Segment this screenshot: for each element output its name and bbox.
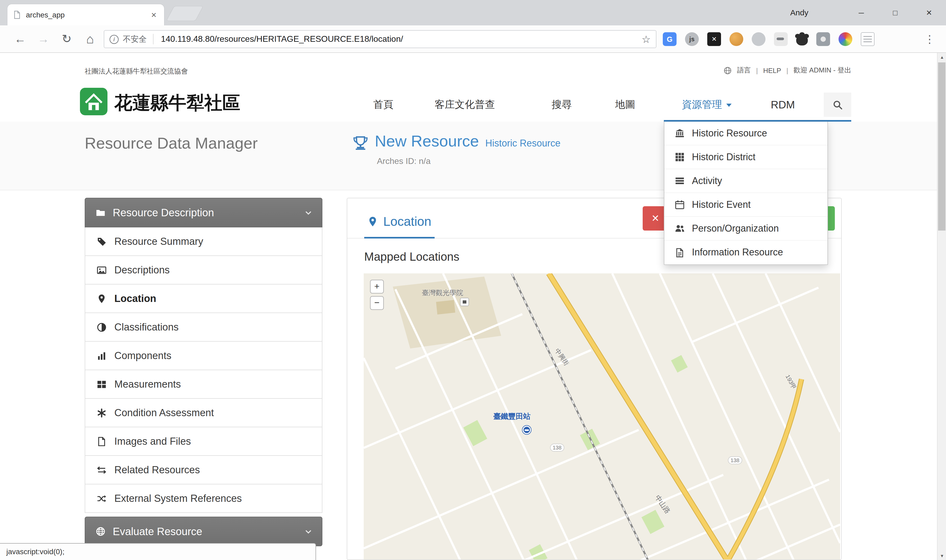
menu-item-information-resource[interactable]: Information Resource [664, 241, 827, 265]
language-link[interactable]: 語言 [737, 66, 751, 75]
translate-extension-icon[interactable]: G [663, 32, 676, 46]
close-button[interactable]: ✕ [912, 0, 946, 25]
scroll-up-arrow[interactable]: ▲ [938, 53, 946, 62]
map-canvas[interactable]: + − 臺灣觀光學院 臺鐵豐田站 138 138 中興街 中山路 193甲 [364, 273, 840, 560]
zoom-in-button[interactable]: + [370, 280, 384, 294]
resource-name[interactable]: New ResourceHistoric Resource [375, 132, 560, 150]
new-tab-button[interactable] [167, 6, 203, 21]
file-icon [97, 437, 106, 446]
sidebar-item-measurements[interactable]: Measurements [85, 370, 323, 399]
browser-toolbar: ← → ↻ ⌂ i 不安全 140.119.48.80/resources/HE… [0, 25, 946, 53]
menu-item-activity[interactable]: Activity [664, 169, 827, 193]
sidebar-section-resource-description[interactable]: Resource Description [85, 198, 323, 228]
browser-tab[interactable]: arches_app ✕ [8, 4, 164, 25]
sidebar-item-descriptions[interactable]: Descriptions [85, 256, 323, 285]
chevron-down-icon [726, 104, 731, 107]
map-pin-icon [97, 294, 106, 303]
key-extension-icon[interactable] [774, 32, 788, 46]
scroll-down-arrow[interactable]: ▼ [938, 552, 946, 560]
sidebar-section-title: Resource Description [113, 206, 214, 218]
camera-extension-icon[interactable] [816, 32, 830, 46]
sidebar-item-location[interactable]: Location [85, 285, 323, 313]
paw-extension-icon[interactable] [796, 35, 808, 46]
road-shield: 138 [550, 444, 564, 452]
page-title: Resource Data Manager [85, 134, 258, 152]
resource-type: Historic Resource [485, 138, 560, 149]
site-logo[interactable] [80, 88, 108, 115]
road-shield: 138 [728, 456, 742, 464]
bookmark-star-icon[interactable]: ☆ [642, 33, 651, 45]
help-link[interactable]: HELP [763, 66, 781, 74]
sidebar-item-resource-summary[interactable]: Resource Summary [85, 228, 323, 256]
document-extension-icon[interactable] [861, 32, 875, 46]
minimize-button[interactable]: ─ [844, 0, 878, 25]
page-scrollbar[interactable]: ▲ ▼ [937, 53, 946, 560]
js-extension-icon[interactable]: js [685, 32, 699, 46]
chrome-profile-name[interactable]: Andy [790, 0, 809, 25]
school-poi-icon [460, 298, 469, 306]
scrollbar-thumb[interactable] [938, 62, 946, 231]
sidebar-item-condition-assessment[interactable]: Condition Assessment [85, 399, 323, 427]
info-icon[interactable]: i [110, 35, 119, 44]
file-text-icon [675, 248, 685, 257]
zoom-out-button[interactable]: − [370, 296, 384, 310]
reload-button[interactable]: ↻ [56, 25, 77, 53]
home-button[interactable]: ⌂ [79, 25, 100, 53]
map-base-layer [364, 273, 840, 560]
forward-button[interactable]: → [33, 25, 54, 53]
tab-close-icon[interactable]: ✕ [149, 10, 159, 20]
url-text[interactable]: 140.119.48.80/resources/HERITAGE_RESOURC… [161, 34, 636, 44]
nav-item-resource-management[interactable]: 資源管理 [682, 92, 731, 117]
grid-2x2-icon [97, 379, 106, 389]
sidebar-item-related-resources[interactable]: Related Resources [85, 456, 323, 485]
trophy-icon [353, 135, 369, 151]
resource-management-dropdown: Historic Resource Historic District Acti… [664, 122, 828, 265]
menu-item-historic-event[interactable]: Historic Event [664, 193, 827, 217]
address-bar[interactable]: i 不安全 140.119.48.80/resources/HERITAGE_R… [104, 30, 656, 48]
nav-search-button[interactable] [824, 92, 851, 117]
arches-id: Arches ID: n/a [377, 157, 431, 166]
map-zoom-controls: + − [370, 280, 384, 312]
sidebar-item-images-and-files[interactable]: Images and Files [85, 427, 323, 456]
header-meta: 語言 | HELP | 歡迎 ADMIN - 登出 [724, 66, 851, 75]
x-extension-icon[interactable]: ✕ [707, 32, 721, 46]
meta-separator: | [786, 66, 788, 74]
tag-icon [97, 237, 106, 246]
tab-location[interactable]: Location [364, 206, 435, 238]
contrast-icon [97, 322, 106, 332]
welcome-logout-link[interactable]: 歡迎 ADMIN - 登出 [793, 66, 851, 75]
sidebar-item-external-system-references[interactable]: External System References [85, 485, 323, 513]
site-title[interactable]: 花蓮縣牛犁社區 [114, 91, 240, 115]
nav-item-survey[interactable]: 客庄文化普查 [435, 92, 495, 117]
nav-item-map[interactable]: 地圖 [615, 92, 635, 117]
sidebar-item-classifications[interactable]: Classifications [85, 313, 323, 342]
chrome-menu-icon[interactable]: ⋮ [921, 25, 938, 53]
users-icon [675, 224, 685, 233]
gray-extension-icon[interactable] [752, 32, 765, 46]
sidebar-section-evaluate-resource[interactable]: Evaluate Resource [85, 517, 323, 546]
menu-item-historic-resource[interactable]: Historic Resource [664, 122, 827, 145]
maximize-button[interactable]: □ [878, 0, 912, 25]
back-button[interactable]: ← [9, 25, 31, 53]
asterisk-icon [97, 408, 106, 417]
nav-item-home[interactable]: 首頁 [373, 92, 394, 117]
sidebar-section-title: Evaluate Resource [113, 525, 202, 537]
sidebar-item-components[interactable]: Components [85, 342, 323, 370]
grid-3x3-icon [675, 152, 685, 162]
menu-item-historic-district[interactable]: Historic District [664, 145, 827, 169]
map-pin-icon [367, 216, 378, 226]
globe-icon [96, 527, 105, 536]
site-header: 社團法人花蓮縣牛犁社區交流協會 語言 | HELP | 歡迎 ADMIN - 登… [0, 53, 946, 122]
colorwheel-extension-icon[interactable] [838, 32, 852, 46]
nav-item-search[interactable]: 搜尋 [552, 92, 572, 117]
address-divider [153, 34, 154, 45]
calendar-icon [675, 200, 685, 209]
page-icon [13, 11, 21, 19]
chevron-down-icon [304, 528, 312, 535]
bar-chart-icon [97, 351, 106, 360]
status-bubble: javascript:void(0); [0, 543, 316, 560]
nav-item-rdm[interactable]: RDM [771, 92, 795, 117]
cookie-extension-icon[interactable] [730, 32, 743, 46]
menu-item-person-organization[interactable]: Person/Organization [664, 217, 827, 241]
browser-tab-strip: arches_app ✕ Andy ─ □ ✕ [0, 0, 946, 25]
